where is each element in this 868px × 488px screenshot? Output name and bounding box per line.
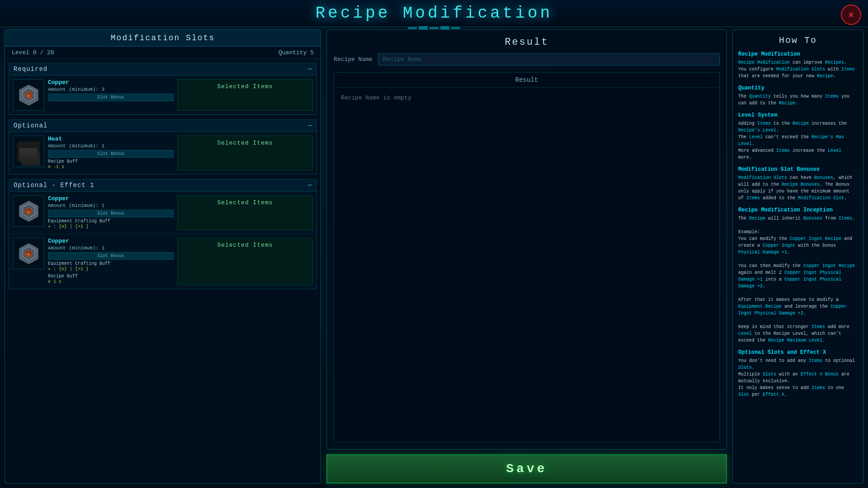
svg-point-13 [25,250,32,257]
howto-recipe-mod-title: Recipe Modification [738,51,858,57]
level-display: Level 0 / 28 [12,49,54,56]
copper-slot-bonus: Slot Bonus [48,94,174,101]
result-panel: Result Recipe Name Result Recipe Name is… [326,29,727,450]
deco-bar-1 [408,27,417,29]
copper-amount: Amount (minimum): 3 [48,87,174,92]
modification-slots-panel: Modification Slots Level 0 / 28 Quantity… [5,29,321,483]
optional-section-title: Optional [14,122,47,129]
effect1-slot2-buff1-label: Equipment Crafting Buff [48,261,174,266]
svg-point-9 [25,207,32,215]
effect1-slot2-row: Copper Amount (minimum): 1 Slot Bonus Eq… [9,234,316,289]
required-section-header: Required — [9,63,316,75]
copper-selected-items[interactable]: Selected Items [177,79,313,111]
howto-inception-text: The Recipe will inherit Bonuses from Ite… [738,215,858,344]
effect1-slot2-icon [13,238,44,269]
svg-marker-8 [22,203,36,220]
effect1-slot2-buff1-value: ✦ : {⊘} | {+1 } [48,266,174,272]
heat-item-name: Heat [48,136,174,142]
effect1-slot1-icon [13,195,44,227]
result-box-content: Recipe Name is empty [334,88,719,108]
slots-content: Required — [5,59,321,483]
howto-panel: How To Recipe Modification Recipe Modifi… [732,29,863,483]
howto-optional-slots-title: Optional Slots and Effect X [738,349,858,356]
effect1-slot1-name: Copper [48,195,174,202]
svg-marker-12 [22,246,36,262]
recipe-name-row: Recipe Name [334,53,720,66]
save-label: Save [506,462,547,476]
panel-header: Modification Slots [5,30,321,47]
effect1-slot1-row: Copper Amount (minimum): 1 Slot Bonus Eq… [9,192,316,234]
howto-quantity-title: Quantity [738,85,858,91]
svg-point-14 [26,251,31,256]
effect1-slot2-name: Copper [48,238,174,244]
heat-slot-bonus: Slot Bonus [48,150,174,158]
optional-section: Optional — [9,119,317,174]
effect1-slot1-buff-value: ✦ : {⊘} | {+1 } [48,224,174,230]
howto-level-system: Level System Adding Items to the Recipe … [738,112,858,161]
effect1-minimize-button[interactable]: — [307,182,312,189]
effect1-slot1-bonus: Slot Bonus [48,210,174,217]
middle-panel: Result Recipe Name Result Recipe Name is… [326,29,727,483]
howto-slot-bonuses: Modification Slot Bonuses Modification S… [738,166,858,202]
result-empty-message: Recipe Name is empty [341,94,411,101]
svg-marker-7 [19,201,38,221]
close-icon: ✕ [848,9,854,21]
close-button[interactable]: ✕ [841,5,861,25]
howto-recipe-mod-text: Recipe Modification can improve Recipes.… [738,59,858,80]
required-section-title: Required [14,66,47,73]
effect1-slot2-details: Copper Amount (minimum): 1 Slot Bonus Eq… [48,238,174,285]
effect1-copper-icon-2 [16,241,41,266]
effect1-slot1-selected-label: Selected Items [217,199,273,206]
effect1-slot2-selected[interactable]: Selected Items [177,238,313,285]
svg-point-6 [22,150,40,155]
copper-slot-info: Copper Amount (minimum): 3 Slot Bonus [48,79,174,111]
howto-inception-title: Recipe Modification Inception [738,207,858,213]
result-box: Result Recipe Name is empty [334,72,720,442]
howto-level-title: Level System [738,112,858,118]
svg-marker-0 [19,85,38,105]
recipe-name-input[interactable] [378,53,720,66]
optional-minimize-button[interactable]: — [307,122,312,129]
heat-slot-icon [13,136,44,167]
heat-selected-items-label: Selected Items [217,140,273,146]
title-bar: Recipe Modification [0,0,868,27]
howto-optional-slots-text: You don't need to add any Items to optio… [738,357,858,398]
effect1-slot2-buff2-value: ⊘ 1 s [48,279,174,285]
main-container: Modification Slots Level 0 / 28 Quantity… [5,29,863,483]
result-box-title: Result [334,73,719,88]
copper-icon [16,83,41,108]
required-slot-row: Copper Amount (minimum): 3 Slot Bonus Se… [9,75,316,114]
panel-header-title: Modification Slots [12,33,314,42]
deco-bar-3 [429,27,439,29]
copper-slot-details: Copper Amount (minimum): 3 Slot Bonus [48,79,174,111]
deco-bar-5 [451,27,460,29]
heat-amount: Amount (minimum): 1 [48,143,174,149]
effect1-slot2-buff2-label: Recipe Buff [48,274,174,279]
required-minimize-button[interactable]: — [307,66,312,73]
heat-slot-details: Heat Amount (minimum): 1 Slot Bonus Reci… [48,136,174,170]
howto-slot-bonuses-text: Modification Slots can have Bonuses, whi… [738,174,858,202]
howto-title: How To [738,35,858,46]
effect1-section-title: Optional - Effect 1 [14,182,94,189]
howto-optional-slots: Optional Slots and Effect X You don't ne… [738,349,858,398]
heat-selected-items[interactable]: Selected Items [177,136,313,170]
heat-recipe-buff-label: Recipe Buff [48,159,174,164]
effect1-copper-icon-1 [16,199,41,224]
heat-buff-value: ⊘ -1 s [48,164,174,170]
save-button[interactable]: Save [326,454,727,483]
quantity-display: Quantity 5 [278,49,314,56]
svg-point-3 [26,93,31,97]
page-title: Recipe Modification [316,4,552,23]
copper-selected-items-label: Selected Items [217,83,273,90]
effect1-slot1-selected[interactable]: Selected Items [177,195,313,230]
svg-marker-11 [19,244,38,264]
copper-item-name: Copper [48,79,174,86]
howto-quantity: Quantity The Quantity tells you how many… [738,85,858,107]
howto-slot-bonuses-title: Modification Slot Bonuses [738,166,858,173]
optional-slot-row: Heat Amount (minimum): 1 Slot Bonus Reci… [9,132,316,174]
effect1-slot1-buff-label: Equipment Crafting Buff [48,219,174,224]
howto-inception: Recipe Modification Inception The Recipe… [738,207,858,344]
recipe-name-label: Recipe Name [334,56,373,63]
optional-effect1-section: Optional - Effect 1 — [9,179,317,289]
svg-point-2 [25,91,32,99]
